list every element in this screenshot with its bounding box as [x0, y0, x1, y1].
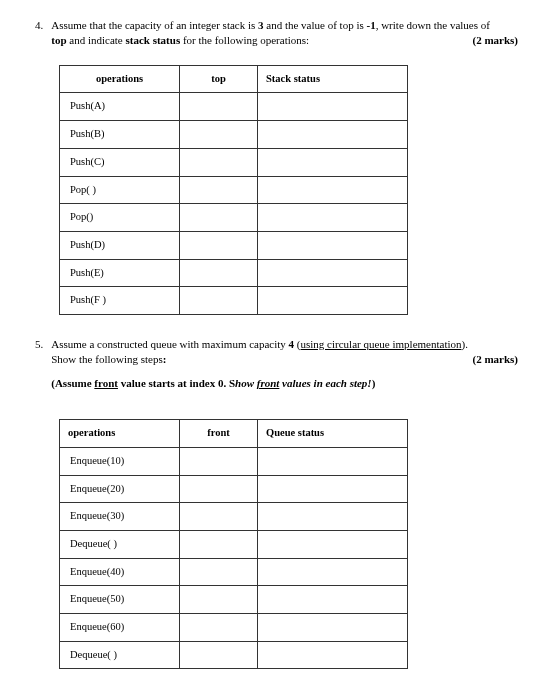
- table-row: Push(D): [60, 231, 408, 259]
- table-row: Enqueue(60): [60, 613, 408, 641]
- q5-header: 5. Assume a constructed queue with maxim…: [35, 337, 518, 403]
- q5-status-cell: [258, 447, 408, 475]
- q5-status-cell: [258, 503, 408, 531]
- q4-op-cell: Push(B): [60, 121, 180, 149]
- q4-l2c: stack status: [125, 34, 180, 46]
- q5-table: operations front Queue status Enqueue(10…: [59, 419, 408, 669]
- table-row: Enqueue(30): [60, 503, 408, 531]
- q5-status-cell: [258, 586, 408, 614]
- q5-mid-cell: [180, 530, 258, 558]
- q4-op-cell: Push(D): [60, 231, 180, 259]
- q4-t3: , write down the values of: [376, 19, 490, 31]
- q4-line2-left: top and indicate stack status for the fo…: [51, 33, 309, 48]
- q4-status-cell: [258, 93, 408, 121]
- q4-h-mid: top: [180, 65, 258, 93]
- q4-mid-cell: [180, 287, 258, 315]
- question-5: 5. Assume a constructed queue with maxim…: [35, 337, 518, 669]
- q5-mid-cell: [180, 475, 258, 503]
- q4-status-cell: [258, 259, 408, 287]
- q5-sub-u: front: [94, 377, 118, 389]
- q4-status-cell: [258, 231, 408, 259]
- q5-mid-cell: [180, 586, 258, 614]
- q4-mid-cell: [180, 148, 258, 176]
- q4-t1: Assume that the capacity of an integer s…: [51, 19, 258, 31]
- q4-status-cell: [258, 287, 408, 315]
- q4-t2: and the value of top is: [264, 19, 367, 31]
- q5-mid-cell: [180, 641, 258, 669]
- table-row: Push(A): [60, 93, 408, 121]
- q5-op-cell: Enqueue(30): [60, 503, 180, 531]
- q5-sub-b: value starts at index 0. S: [118, 377, 235, 389]
- q5-status-cell: [258, 613, 408, 641]
- q5-l2a: Show the following steps: [51, 353, 163, 365]
- q4-l2a: top: [51, 34, 66, 46]
- q4-status-cell: [258, 176, 408, 204]
- table-row: Enqueue(10): [60, 447, 408, 475]
- table-row: Pop(): [60, 204, 408, 232]
- q4-status-cell: [258, 121, 408, 149]
- q5-op-cell: Enqueue(20): [60, 475, 180, 503]
- q5-number: 5.: [35, 337, 43, 352]
- q4-text: Assume that the capacity of an integer s…: [51, 18, 518, 49]
- q5-mid-cell: [180, 447, 258, 475]
- q5-op-cell: Enqueue(40): [60, 558, 180, 586]
- q5-h-status: Queue status: [258, 420, 408, 448]
- q4-mid-cell: [180, 121, 258, 149]
- table-row: Enqueue(20): [60, 475, 408, 503]
- table-row: Push(B): [60, 121, 408, 149]
- q5-sub-c: ): [372, 377, 376, 389]
- q5-line2-left: Show the following steps:: [51, 352, 166, 367]
- table-row: Push(C): [60, 148, 408, 176]
- q4-number: 4.: [35, 18, 43, 33]
- q5-mid-cell: [180, 558, 258, 586]
- q4-op-cell: Pop(): [60, 204, 180, 232]
- q5-status-cell: [258, 558, 408, 586]
- q4-op-cell: Push(A): [60, 93, 180, 121]
- q5-text: Assume a constructed queue with maximum …: [51, 337, 518, 403]
- q5-status-cell: [258, 530, 408, 558]
- table-row: Dequeue( ): [60, 530, 408, 558]
- q5-op-cell: Dequeue( ): [60, 530, 180, 558]
- q4-l2d: for the following operations:: [180, 34, 309, 46]
- q4-mid-cell: [180, 176, 258, 204]
- q5-op-cell: Enqueue(10): [60, 447, 180, 475]
- q4-header-row: operations top Stack status: [60, 65, 408, 93]
- q5-h-mid: front: [180, 420, 258, 448]
- q5-h-op: operations: [60, 420, 180, 448]
- q5-marks: (2 marks): [472, 352, 518, 367]
- q4-h-status: Stack status: [258, 65, 408, 93]
- q4-mid-cell: [180, 231, 258, 259]
- q5-t1: Assume a constructed queue with maximum …: [51, 338, 288, 350]
- table-row: Dequeue( ): [60, 641, 408, 669]
- q4-status-cell: [258, 148, 408, 176]
- q5-mid-cell: [180, 613, 258, 641]
- table-row: Enqueue(50): [60, 586, 408, 614]
- q5-op-cell: Enqueue(60): [60, 613, 180, 641]
- q5-status-cell: [258, 475, 408, 503]
- table-row: Push(E): [60, 259, 408, 287]
- q4-mid-cell: [180, 204, 258, 232]
- question-4: 4. Assume that the capacity of an intege…: [35, 18, 518, 315]
- q5-op-cell: Dequeue( ): [60, 641, 180, 669]
- q4-b2: -1: [367, 19, 376, 31]
- q4-h-op: operations: [60, 65, 180, 93]
- q5-sub-a: (Assume: [51, 377, 94, 389]
- q5-line2: Show the following steps: (2 marks): [51, 352, 518, 367]
- q4-op-cell: Push(C): [60, 148, 180, 176]
- table-row: Pop( ): [60, 176, 408, 204]
- q5-header-row: operations front Queue status: [60, 420, 408, 448]
- q5-op-cell: Enqueue(50): [60, 586, 180, 614]
- q4-status-cell: [258, 204, 408, 232]
- table-row: Enqueue(40): [60, 558, 408, 586]
- q4-l2b: and indicate: [67, 34, 126, 46]
- q4-table: operations top Stack status Push(A) Push…: [59, 65, 408, 315]
- q5-mid-cell: [180, 503, 258, 531]
- q4-line2: top and indicate stack status for the fo…: [51, 33, 518, 48]
- q4-mid-cell: [180, 93, 258, 121]
- q4-op-cell: Push(E): [60, 259, 180, 287]
- q5-sub-i1: how: [235, 377, 257, 389]
- q4-mid-cell: [180, 259, 258, 287]
- q4-op-cell: Pop( ): [60, 176, 180, 204]
- q4-marks: (2 marks): [472, 33, 518, 48]
- q5-subtext: (Assume front value starts at index 0. S…: [51, 376, 518, 391]
